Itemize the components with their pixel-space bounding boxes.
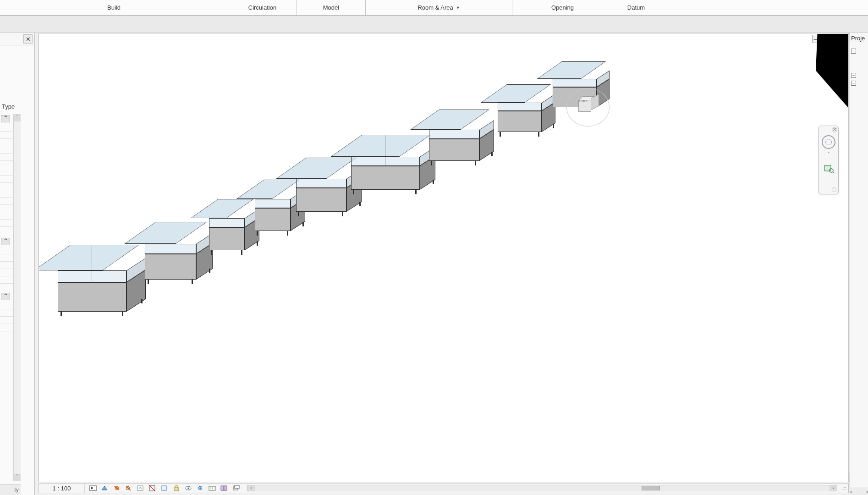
- ribbon-tab-model[interactable]: Model: [297, 0, 366, 15]
- properties-body: Type ⌃ ⌃ ⌃ ˄ ˅ ly: [0, 45, 34, 495]
- reveal-hidden-button[interactable]: [196, 484, 205, 492]
- project-browser-panel: Proje − − − ‹ ›: [850, 33, 868, 495]
- svg-rect-24: [235, 485, 239, 489]
- svg-rect-9: [137, 486, 143, 490]
- svg-rect-19: [210, 487, 211, 490]
- ribbon-tab-build[interactable]: Build: [0, 0, 228, 15]
- svg-line-2: [833, 172, 834, 173]
- svg-rect-21: [221, 486, 224, 490]
- close-icon: ✕: [26, 36, 31, 43]
- ribbon-tab-datum[interactable]: Datum: [613, 0, 659, 15]
- svg-rect-12: [162, 486, 166, 490]
- properties-panel: ✕ Type ⌃ ⌃ ⌃ ˄ ˅ ly: [0, 33, 35, 495]
- scroll-right-arrow-icon[interactable]: ›: [866, 488, 868, 495]
- detail-level-button[interactable]: [88, 484, 98, 492]
- view-resize-grip-icon[interactable]: .::: [840, 485, 848, 491]
- properties-vertical-scrollbar[interactable]: ˄ ˅: [13, 114, 21, 481]
- svg-rect-0: [824, 165, 831, 171]
- chevron-up-icon: ⌃: [3, 237, 8, 244]
- svg-rect-13: [174, 488, 179, 491]
- ribbon: Build Circulation Model Room & Area▼ Ope…: [0, 0, 868, 16]
- edit-type-label: Type: [2, 103, 15, 110]
- svg-line-11: [149, 485, 155, 491]
- tree-node[interactable]: [854, 88, 868, 89]
- close-icon: ✕: [832, 126, 837, 133]
- svg-point-15: [188, 488, 189, 489]
- category-expander[interactable]: ⌃: [1, 115, 10, 122]
- tree-expander-icon[interactable]: −: [851, 49, 856, 54]
- scene-3d[interactable]: FRO ✕ ˅: [39, 34, 848, 481]
- view-horizontal-scrollbar[interactable]: ‹ ›: [247, 485, 837, 491]
- edit-type-button[interactable]: Type: [2, 103, 15, 110]
- analytical-model-button[interactable]: [220, 484, 229, 492]
- navigation-bar: ✕ ˅: [819, 126, 839, 194]
- tree-node[interactable]: −: [850, 72, 868, 78]
- temporary-hide-button[interactable]: [184, 484, 193, 492]
- crop-view-button[interactable]: [148, 484, 157, 492]
- svg-rect-3: [89, 486, 97, 490]
- view-3d[interactable]: — ❐ ✕: [38, 33, 849, 482]
- ribbon-tab-label: Model: [323, 4, 339, 11]
- steering-wheel-button[interactable]: [822, 135, 835, 149]
- crop-region-shadow: [816, 34, 848, 107]
- ribbon-tab-opening[interactable]: Opening: [512, 0, 613, 15]
- shadows-button[interactable]: [124, 484, 133, 492]
- show-crop-region-button[interactable]: [160, 484, 169, 492]
- scroll-up-arrow-icon[interactable]: ˄: [14, 114, 21, 121]
- navbar-options-icon[interactable]: [832, 187, 836, 192]
- ribbon-tab-label: Circulation: [248, 4, 276, 11]
- tree-node[interactable]: −: [850, 80, 868, 86]
- navbar-expand-icon[interactable]: ˅: [819, 152, 838, 156]
- dropdown-caret-icon: ▼: [456, 6, 460, 10]
- tree-node[interactable]: −: [850, 48, 868, 54]
- worksharing-display-button[interactable]: [208, 484, 217, 492]
- scroll-thumb[interactable]: [642, 486, 660, 490]
- properties-close-button[interactable]: ✕: [23, 34, 33, 44]
- category-expander[interactable]: ⌃: [1, 238, 10, 245]
- apply-label: ly: [15, 486, 19, 493]
- ribbon-tab-label: Datum: [627, 4, 645, 11]
- svg-point-17: [200, 488, 201, 489]
- project-browser-horizontal-scrollbar[interactable]: ‹ ›: [850, 488, 868, 495]
- ribbon-tab-label: Build: [107, 4, 121, 11]
- scroll-down-arrow-icon[interactable]: ˅: [14, 474, 21, 481]
- project-browser-title: Proje: [850, 33, 868, 44]
- scroll-left-arrow-icon[interactable]: ‹: [850, 488, 852, 495]
- visual-style-button[interactable]: [100, 484, 110, 492]
- highlight-displacement-button[interactable]: [231, 484, 241, 492]
- zoom-button[interactable]: [824, 163, 835, 175]
- rendering-dialog-button[interactable]: [136, 484, 145, 492]
- ribbon-tab-label: Room & Area: [418, 4, 453, 11]
- svg-rect-20: [212, 487, 213, 490]
- category-expander[interactable]: ⌃: [1, 293, 10, 300]
- tree-expander-icon[interactable]: −: [851, 73, 856, 78]
- navbar-close-button[interactable]: ✕: [832, 127, 837, 132]
- scroll-left-arrow-icon[interactable]: ‹: [247, 485, 255, 491]
- chevron-up-icon: ⌃: [3, 292, 8, 299]
- svg-rect-22: [224, 486, 227, 490]
- ribbon-tab-room-area[interactable]: Room & Area▼: [366, 0, 512, 15]
- svg-rect-4: [91, 487, 93, 489]
- tree-expander-icon[interactable]: −: [851, 81, 856, 86]
- view-control-bar: 1 : 100 ‹ › .::: [38, 483, 849, 493]
- ribbon-toolbar-area: [0, 16, 868, 33]
- apply-button[interactable]: ly: [0, 484, 21, 495]
- sun-path-button[interactable]: [112, 484, 121, 492]
- scroll-right-arrow-icon[interactable]: ›: [830, 485, 837, 491]
- view-scale-selector[interactable]: 1 : 100: [39, 484, 85, 493]
- chevron-up-icon: ⌃: [3, 115, 8, 121]
- lock-view-button[interactable]: [172, 484, 181, 492]
- ribbon-tab-label: Opening: [551, 4, 574, 11]
- ribbon-tab-circulation[interactable]: Circulation: [228, 0, 297, 15]
- view-scale-label: 1 : 100: [53, 485, 71, 492]
